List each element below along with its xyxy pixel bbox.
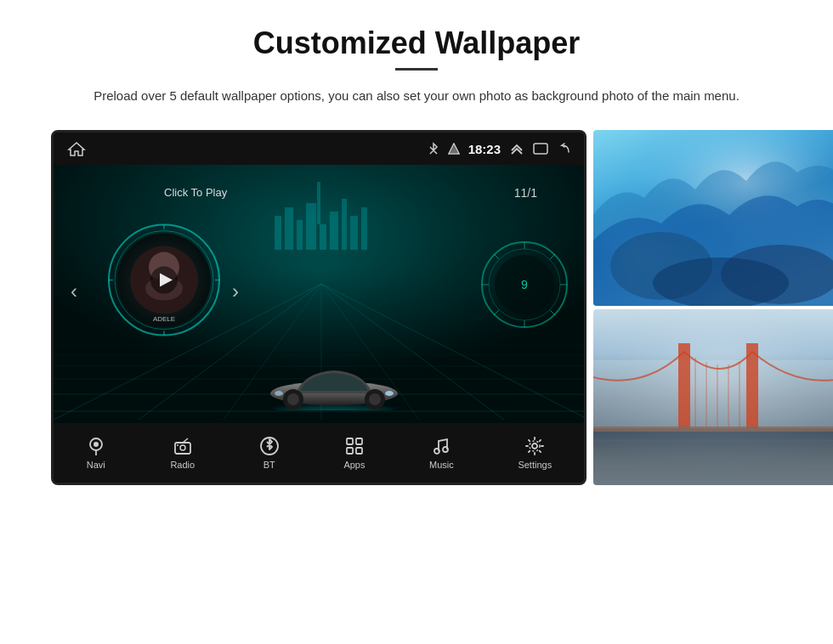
svg-rect-71 bbox=[356, 438, 362, 444]
bottom-nav: Navi Radio bbox=[54, 423, 584, 483]
svg-point-49 bbox=[275, 391, 283, 396]
svg-rect-12 bbox=[342, 199, 347, 250]
nav-item-settings[interactable]: Settings bbox=[518, 436, 552, 470]
radio-icon bbox=[173, 436, 193, 456]
svg-marker-0 bbox=[69, 143, 84, 155]
rectangle-icon bbox=[533, 143, 548, 155]
svg-rect-94 bbox=[593, 427, 833, 432]
svg-point-76 bbox=[532, 443, 537, 449]
content-row: 18:23 bbox=[51, 130, 782, 485]
svg-point-68 bbox=[177, 444, 178, 446]
music-icon bbox=[431, 436, 451, 456]
home-icon bbox=[67, 141, 86, 156]
svg-point-66 bbox=[180, 445, 185, 450]
svg-rect-72 bbox=[347, 448, 353, 454]
page-wrapper: Customized Wallpaper Preload over 5 defa… bbox=[0, 0, 833, 502]
page-subtitle: Preload over 5 default wallpaper options… bbox=[51, 86, 782, 106]
bluetooth-icon bbox=[428, 142, 439, 155]
device-screen: 18:23 bbox=[51, 130, 586, 485]
settings-icon bbox=[524, 436, 545, 456]
svg-rect-13 bbox=[350, 216, 358, 250]
status-time: 18:23 bbox=[468, 142, 501, 156]
svg-rect-10 bbox=[320, 224, 326, 250]
svg-rect-86 bbox=[593, 360, 833, 428]
wallpaper-thumbnails bbox=[593, 130, 833, 485]
title-divider bbox=[395, 68, 438, 71]
page-title: Customized Wallpaper bbox=[51, 25, 782, 61]
screen-content: Click To Play 11/1 ‹ bbox=[54, 165, 584, 423]
svg-line-57 bbox=[494, 254, 499, 259]
status-bar: 18:23 bbox=[54, 133, 584, 165]
apps-icon bbox=[344, 436, 365, 456]
svg-rect-6 bbox=[275, 216, 281, 250]
date-display: 11/1 bbox=[514, 186, 537, 200]
svg-text:ADELE: ADELE bbox=[153, 315, 175, 323]
click-to-play-label: Click To Play bbox=[164, 186, 227, 199]
wallpaper-bridge[interactable] bbox=[593, 309, 833, 485]
svg-rect-70 bbox=[347, 438, 353, 444]
bridge-wallpaper-svg bbox=[593, 309, 833, 485]
svg-rect-9 bbox=[306, 203, 316, 250]
right-dial: 9 bbox=[478, 238, 571, 331]
nav-item-navi[interactable]: Navi bbox=[86, 436, 106, 470]
settings-label: Settings bbox=[518, 460, 552, 470]
bt-icon bbox=[259, 436, 280, 456]
radio-label: Radio bbox=[170, 460, 195, 470]
svg-rect-8 bbox=[297, 220, 303, 250]
nav-item-music[interactable]: Music bbox=[429, 436, 454, 470]
next-arrow[interactable]: › bbox=[232, 280, 239, 303]
navi-label: Navi bbox=[87, 460, 105, 470]
chevrons-up-icon bbox=[509, 142, 524, 155]
music-player[interactable]: ADELE bbox=[105, 221, 224, 343]
svg-line-60 bbox=[494, 310, 499, 315]
svg-rect-73 bbox=[356, 448, 362, 454]
svg-rect-3 bbox=[534, 144, 547, 154]
svg-line-59 bbox=[550, 254, 555, 259]
nav-item-apps[interactable]: Apps bbox=[343, 436, 365, 470]
svg-point-63 bbox=[94, 442, 99, 447]
ice-wallpaper-svg bbox=[593, 130, 833, 306]
svg-point-45 bbox=[287, 393, 299, 405]
wallpaper-ice[interactable] bbox=[593, 130, 833, 306]
svg-rect-7 bbox=[285, 207, 293, 250]
svg-rect-15 bbox=[317, 182, 320, 224]
signal-icon bbox=[448, 143, 460, 155]
svg-line-58 bbox=[550, 310, 555, 315]
car-image bbox=[258, 347, 411, 410]
apps-label: Apps bbox=[343, 460, 365, 470]
svg-text:9: 9 bbox=[521, 278, 528, 291]
svg-rect-11 bbox=[330, 212, 338, 250]
bt-label: BT bbox=[264, 460, 275, 470]
music-circle-svg: ADELE bbox=[105, 221, 224, 340]
back-arrow-icon bbox=[557, 143, 570, 155]
status-right: 18:23 bbox=[428, 142, 570, 156]
svg-rect-65 bbox=[175, 443, 190, 454]
nav-item-radio[interactable]: Radio bbox=[170, 436, 195, 470]
nav-item-bt[interactable]: BT bbox=[259, 436, 280, 470]
prev-arrow[interactable]: ‹ bbox=[71, 280, 77, 303]
svg-point-48 bbox=[385, 391, 394, 396]
svg-rect-14 bbox=[361, 207, 367, 250]
navi-icon bbox=[86, 436, 106, 456]
svg-point-47 bbox=[369, 393, 381, 405]
status-left bbox=[67, 141, 86, 156]
music-label: Music bbox=[429, 460, 454, 470]
svg-point-77 bbox=[530, 441, 540, 451]
